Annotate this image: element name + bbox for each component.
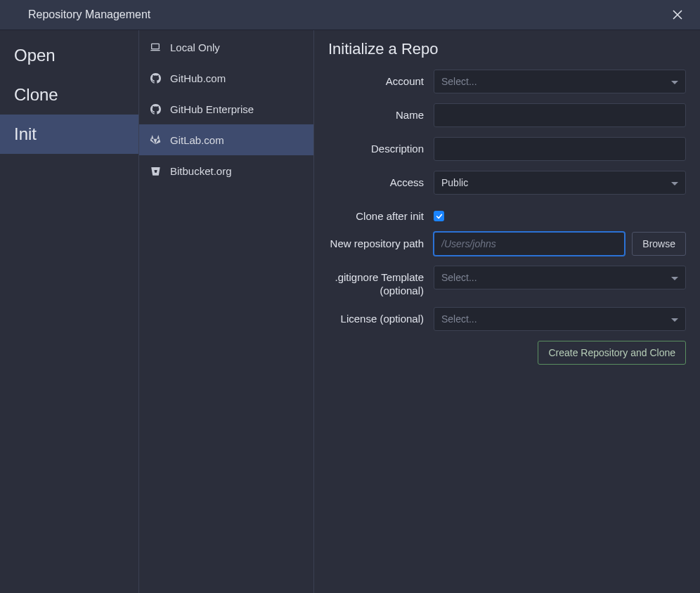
svg-rect-0 <box>152 44 160 48</box>
gitlab-icon <box>149 133 162 146</box>
provider-label: GitHub.com <box>170 72 226 84</box>
chevron-down-icon <box>671 313 678 325</box>
provider-label: Bitbucket.org <box>170 165 232 177</box>
provider-label: Local Only <box>170 41 220 53</box>
gitignore-label: .gitignore Template (optional) <box>328 266 434 298</box>
chevron-down-icon <box>671 272 678 283</box>
button-label: Create Repository and Clone <box>548 347 675 358</box>
nav-init[interactable]: Init <box>0 115 138 154</box>
select-placeholder: Select... <box>441 76 477 87</box>
main-panel: Initialize a Repo Account Select... Name <box>314 30 700 593</box>
provider-nav: Local Only GitHub.com GitHub Enterprise … <box>139 30 314 593</box>
nav-label: Init <box>14 124 37 143</box>
description-label: Description <box>328 137 434 156</box>
select-placeholder: Select... <box>441 313 477 325</box>
access-label: Access <box>328 171 434 190</box>
license-select[interactable]: Select... <box>434 307 686 331</box>
chevron-down-icon <box>671 177 678 188</box>
provider-github-com[interactable]: GitHub.com <box>139 63 313 93</box>
chevron-down-icon <box>671 76 678 87</box>
primary-nav: Open Clone Init <box>0 30 139 593</box>
account-select[interactable]: Select... <box>434 70 686 93</box>
select-placeholder: Select... <box>441 272 477 283</box>
titlebar: Repository Management <box>0 0 700 30</box>
browse-button[interactable]: Browse <box>632 232 686 256</box>
nav-open[interactable]: Open <box>0 36 138 75</box>
close-button[interactable] <box>669 6 686 23</box>
new-repo-path-input[interactable] <box>441 233 617 255</box>
bitbucket-icon <box>149 164 162 177</box>
name-input[interactable] <box>441 104 678 126</box>
page-title: Initialize a Repo <box>328 40 686 58</box>
new-repo-path-label: New repository path <box>328 232 434 251</box>
nav-clone[interactable]: Clone <box>0 75 138 115</box>
nav-label: Open <box>14 46 56 65</box>
provider-local-only[interactable]: Local Only <box>139 32 313 63</box>
nav-label: Clone <box>14 85 58 104</box>
account-label: Account <box>328 70 434 89</box>
access-select[interactable]: Public <box>434 171 686 195</box>
provider-github-enterprise[interactable]: GitHub Enterprise <box>139 93 313 124</box>
github-icon <box>149 72 162 84</box>
license-label: License (optional) <box>328 307 434 326</box>
name-label: Name <box>328 103 434 122</box>
provider-gitlab-com[interactable]: GitLab.com <box>139 124 313 155</box>
laptop-icon <box>149 41 162 53</box>
description-input[interactable] <box>441 138 678 160</box>
button-label: Browse <box>642 238 675 249</box>
new-repo-path-input-wrapper <box>434 232 625 256</box>
github-icon <box>149 103 162 115</box>
name-input-wrapper <box>434 103 686 127</box>
clone-after-init-checkbox[interactable] <box>434 211 444 221</box>
provider-label: GitLab.com <box>170 134 224 146</box>
clone-after-init-label: Clone after init <box>328 204 434 223</box>
close-icon <box>673 10 682 20</box>
window-title: Repository Management <box>28 8 669 21</box>
provider-label: GitHub Enterprise <box>170 103 254 115</box>
select-value: Public <box>441 177 468 188</box>
gitignore-select[interactable]: Select... <box>434 266 686 289</box>
create-repository-button[interactable]: Create Repository and Clone <box>538 341 686 365</box>
provider-bitbucket-org[interactable]: Bitbucket.org <box>139 155 313 186</box>
check-icon <box>436 213 443 220</box>
description-input-wrapper <box>434 137 686 161</box>
